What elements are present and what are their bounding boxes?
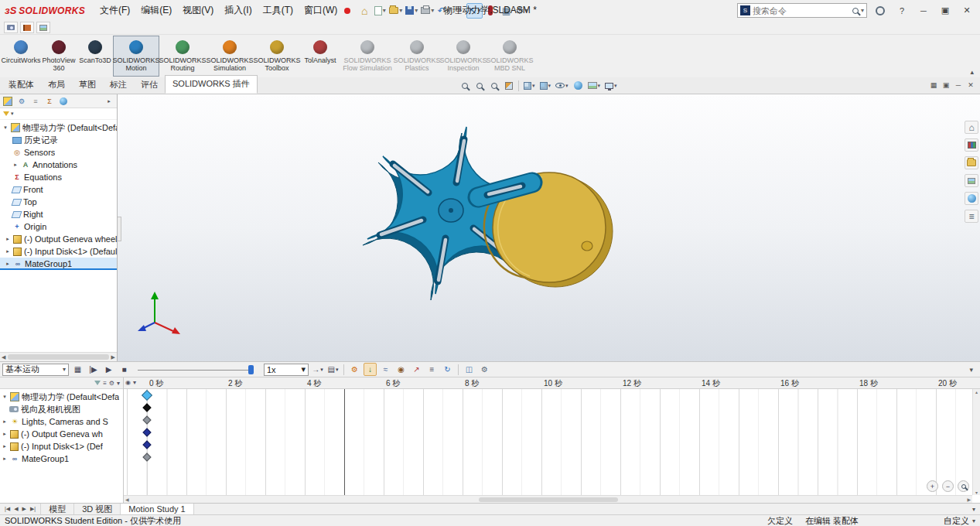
play-button[interactable]: ▶: [102, 363, 115, 376]
menu-edit[interactable]: 编辑(E): [135, 2, 177, 19]
motion-study-properties-button[interactable]: ⚙: [478, 363, 491, 376]
expand-arrow[interactable]: ▸: [2, 443, 8, 449]
zoom-fit-button[interactable]: [458, 78, 471, 93]
slider-thumb[interactable]: [248, 365, 254, 374]
key-point-icon[interactable]: ◉: [125, 379, 131, 386]
scroll-right-icon[interactable]: ▶: [111, 354, 115, 360]
new-document-button[interactable]: ▾: [372, 3, 388, 19]
command-search[interactable]: S ▾: [737, 3, 867, 18]
tab-annotate[interactable]: 标注: [103, 77, 134, 94]
study-type-select[interactable]: 基本运动 ▾: [2, 364, 69, 376]
first-tab-button[interactable]: |◀: [3, 506, 12, 512]
motion-item-output-geneva-wheel[interactable]: ▸ (-) Output Geneva wh: [0, 428, 123, 440]
tree-item-history[interactable]: 历史记录: [0, 134, 117, 146]
ribbon-motion-button[interactable]: SOLIDWORKSMotion: [113, 36, 159, 77]
timeline-key-input-disk[interactable]: [142, 440, 151, 449]
timeline-key-orientation[interactable]: [142, 390, 152, 401]
capture-image-button[interactable]: [4, 22, 18, 33]
zoom-area-button[interactable]: [473, 78, 486, 93]
window-restore-button[interactable]: ▣: [937, 3, 954, 19]
results-chart-button[interactable]: ◫: [463, 363, 476, 376]
ribbon-tolanalyst-button[interactable]: TolAnalyst: [300, 36, 340, 77]
search-icon[interactable]: [852, 8, 859, 14]
hide-show-items-button[interactable]: ▾: [554, 78, 570, 93]
tree-horizontal-scrollbar[interactable]: ◀ ▶: [0, 352, 117, 361]
display-manager-tab[interactable]: [58, 96, 69, 107]
timeline-zoom-fit-button[interactable]: [958, 480, 969, 492]
timeline-header[interactable]: ◉ ▾ 0 秒 2 秒 4 秒 6 秒 8 秒 10 秒 12 秒 14 秒 1…: [124, 377, 980, 389]
timeline-key-camera[interactable]: [142, 403, 151, 412]
tree-item-annotations[interactable]: ▸ A Annotations: [0, 159, 117, 171]
motion-panel-collapse-icon[interactable]: ▾: [969, 366, 978, 374]
motion-item-mategroup[interactable]: ▸ ∞ MateGroup1: [0, 453, 123, 465]
filter-funnel-icon[interactable]: [3, 111, 9, 116]
window-minimize-button[interactable]: ─: [915, 3, 932, 19]
doc-minimize-button[interactable]: ─: [952, 79, 965, 91]
print-button[interactable]: ▾: [419, 3, 435, 19]
timeline-canvas[interactable]: [124, 389, 972, 495]
home-button[interactable]: ⌂: [357, 3, 372, 19]
ribbon-circuitworks-button[interactable]: CircuitWorks: [2, 36, 40, 77]
apply-scene-button[interactable]: ▾: [586, 78, 603, 93]
last-tab-button[interactable]: ▶|: [29, 506, 37, 512]
graphics-viewport[interactable]: ⌂ ≡: [118, 94, 980, 361]
ribbon-simulation-button[interactable]: SOLIDWORKSSimulation: [206, 36, 254, 77]
menu-window[interactable]: 窗口(W): [299, 2, 343, 19]
filter-caret-icon[interactable]: ▾: [11, 111, 14, 117]
login-button[interactable]: [872, 3, 889, 19]
search-caret-icon[interactable]: ▾: [861, 7, 864, 14]
filter-caret-icon[interactable]: ▾: [133, 379, 136, 386]
tree-item-origin[interactable]: + Origin: [0, 220, 117, 233]
ribbon-toolbox-button[interactable]: SOLIDWORKSToolbox: [254, 36, 300, 77]
menu-insert[interactable]: 插入(I): [219, 2, 257, 19]
filter-gear-icon[interactable]: ⚙: [109, 380, 114, 387]
gravity-button[interactable]: ↓: [364, 363, 377, 376]
playback-speed-select[interactable]: 1x ▾: [264, 364, 309, 376]
prev-tab-button[interactable]: ◀: [12, 506, 19, 512]
view-orientation-button[interactable]: ▾: [522, 78, 537, 93]
ribbon-photoview-button[interactable]: PhotoView360: [40, 36, 77, 77]
timeline-vertical-scrollbar[interactable]: ▴ ▾: [972, 389, 980, 495]
search-input[interactable]: [753, 6, 850, 15]
expand-arrow[interactable]: ▸: [2, 431, 8, 437]
doc-cascade-button[interactable]: ▦: [927, 79, 940, 91]
open-button[interactable]: ▾: [388, 3, 404, 19]
next-tab-button[interactable]: ▶: [21, 506, 28, 512]
timeline-horizontal-scrollbar[interactable]: ◀ ▶: [124, 495, 972, 503]
scroll-left-icon[interactable]: ◀: [125, 497, 129, 502]
expand-arrow[interactable]: ▸: [2, 456, 8, 462]
motion-item-lights[interactable]: ▸ ☀ Lights, Cameras and S: [0, 415, 123, 428]
tree-item-root[interactable]: ▾ 物理动力学 (Default<Default: [0, 121, 117, 134]
calculate-button[interactable]: ▦: [71, 363, 84, 376]
expand-arrow[interactable]: ▸: [12, 162, 19, 168]
stop-button[interactable]: ■: [118, 363, 131, 376]
scroll-left-icon[interactable]: ◀: [2, 354, 5, 360]
dimxpert-manager-tab[interactable]: Σ: [44, 96, 55, 107]
motion-item-root[interactable]: ▾ 物理动力学 (Default<Defa: [0, 391, 123, 403]
playback-mode-button[interactable]: →▾: [311, 363, 324, 376]
doc-close-button[interactable]: ✕: [965, 79, 977, 91]
view-settings-button[interactable]: ▾: [603, 78, 619, 93]
motion-item-input-disk[interactable]: ▸ (-) Input Disk<1> (Def: [0, 440, 123, 453]
tree-item-top-plane[interactable]: Top: [0, 196, 117, 208]
ribbon-mbd-button[interactable]: SOLIDWORKSMBD SNL: [487, 36, 532, 77]
ribbon-routing-button[interactable]: SOLIDWORKSRouting: [159, 36, 206, 77]
expand-arrow[interactable]: ▸: [5, 236, 11, 242]
spring-button[interactable]: ≈: [379, 363, 392, 376]
scrollbar-thumb[interactable]: [479, 497, 618, 502]
section-view-button[interactable]: [502, 78, 515, 93]
timeline-zoom-out-button[interactable]: −: [942, 480, 954, 492]
menu-tools[interactable]: 工具(T): [258, 2, 299, 19]
expand-arrow[interactable]: ▸: [2, 418, 8, 425]
appearances-scenes-tab[interactable]: [965, 192, 978, 205]
force-button[interactable]: ↗: [410, 363, 423, 376]
design-library-tab[interactable]: [965, 138, 978, 152]
motor-button[interactable]: ⚙: [348, 363, 361, 376]
menu-file[interactable]: 文件(F): [94, 2, 135, 19]
ribbon-collapse-icon[interactable]: ▴: [970, 68, 974, 76]
geneva-mechanism-model[interactable]: [118, 94, 980, 361]
simulation-end-marker[interactable]: [344, 389, 345, 495]
expand-arrow[interactable]: ▸: [5, 261, 11, 267]
featuremanager-tree-tab[interactable]: [2, 96, 13, 107]
expand-arrow[interactable]: ▾: [2, 125, 9, 131]
